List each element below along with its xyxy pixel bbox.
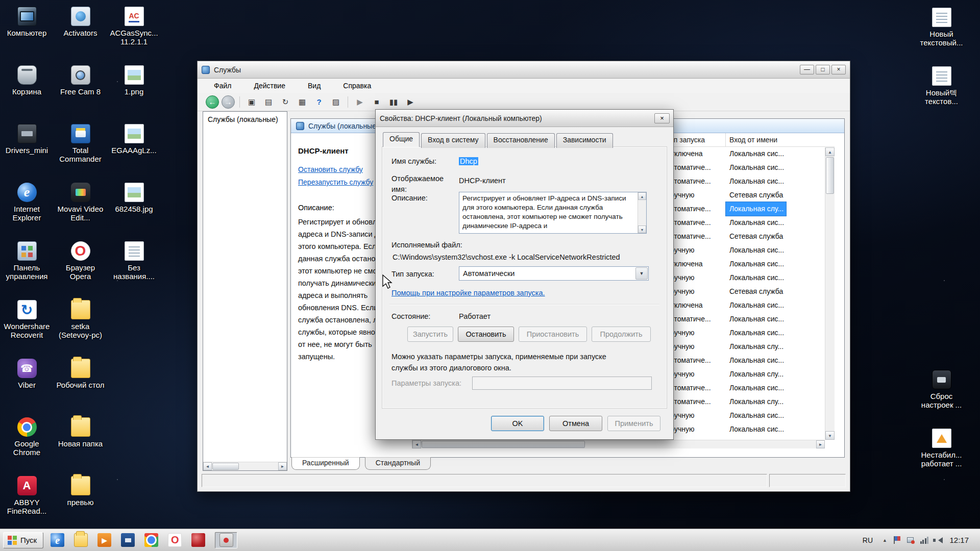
desktop-icon[interactable]: Activators xyxy=(54,5,107,64)
scroll-down-arrow[interactable]: ▼ xyxy=(638,226,646,233)
network-signal-icon[interactable] xyxy=(920,537,929,544)
scrollbar-thumb[interactable] xyxy=(422,441,585,448)
desktop-icon[interactable]: Новый텍 текстов... xyxy=(915,65,968,123)
desktop-icon[interactable]: Новый текстовый... xyxy=(915,6,968,65)
desktop-icon[interactable]: Viber xyxy=(0,357,54,416)
tab-recovery[interactable]: Восстановление xyxy=(487,133,555,148)
scroll-left-arrow[interactable]: ◄ xyxy=(412,440,421,448)
taskbar-app-button[interactable] xyxy=(74,533,88,547)
hidden-icons-chevron[interactable]: ▲ xyxy=(883,538,887,543)
stop-service-button[interactable]: ■ xyxy=(370,95,384,109)
extended-view-button[interactable]: ▨ xyxy=(329,95,343,109)
taskbar-app-button[interactable] xyxy=(168,533,182,547)
startup-type-dropdown[interactable]: Автоматически ▼ xyxy=(459,266,649,281)
desktop-icon[interactable]: Drivers_mini xyxy=(0,122,54,181)
dialog-titlebar[interactable]: Свойства: DHCP-клиент (Локальный компьют… xyxy=(376,110,673,127)
desktop-icon-label: Viber xyxy=(1,381,53,389)
scroll-down-arrow[interactable]: ▼ xyxy=(825,431,835,440)
table-vertical-scrollbar[interactable]: ▲ ▼ xyxy=(825,147,835,440)
close-button[interactable]: × xyxy=(831,65,846,74)
desktop-icon[interactable]: Панель управления xyxy=(0,240,54,298)
desktop-icon[interactable]: Без названия.... xyxy=(107,240,161,298)
scroll-left-arrow[interactable]: ◄ xyxy=(203,462,212,470)
action-center-flag-icon[interactable] xyxy=(894,536,900,544)
scroll-up-arrow[interactable]: ▲ xyxy=(825,147,835,156)
desktop-icon[interactable]: Wondershare Recoverit xyxy=(0,298,54,357)
desktop-icon[interactable]: Нестабил... работает ... xyxy=(915,427,968,486)
help-button[interactable]: ? xyxy=(312,95,326,109)
refresh-button[interactable]: ↻ xyxy=(278,95,292,109)
desktop-icon[interactable]: 1.png xyxy=(107,64,161,122)
desktop-icon[interactable]: Компьютер xyxy=(0,5,54,64)
scroll-right-arrow[interactable]: ► xyxy=(816,440,825,448)
startup-help-link[interactable]: Помощь при настройке параметров запуска. xyxy=(391,289,545,297)
taskbar-app-button[interactable] xyxy=(97,533,111,547)
desktop[interactable]: Компьютер Корзина Drivers_mini Internet … xyxy=(0,0,980,551)
desktop-icon[interactable]: ABBYY FineRead... xyxy=(0,474,54,533)
stop-button[interactable]: Остановить xyxy=(458,327,514,342)
tab-logon[interactable]: Вход в систему xyxy=(421,133,485,148)
menu-file[interactable]: Файл xyxy=(212,80,233,91)
menu-view[interactable]: Вид xyxy=(306,80,323,91)
desktop-icon[interactable]: 682458.jpg xyxy=(107,181,161,240)
tree-horizontal-scrollbar[interactable]: ◄ ► xyxy=(203,462,287,470)
dialog-close-button[interactable]: × xyxy=(654,113,670,123)
desktop-icon[interactable]: Корзина xyxy=(0,64,54,122)
pause-service-button[interactable]: ▮▮ xyxy=(386,95,401,109)
scroll-right-arrow[interactable]: ► xyxy=(278,462,287,470)
description-textbox[interactable]: Регистрирует и обновляет IP-адреса и DNS… xyxy=(459,192,647,234)
scroll-up-arrow[interactable]: ▲ xyxy=(638,192,646,200)
taskbar-clock[interactable]: 12:17 xyxy=(949,536,972,544)
tree-root-node[interactable]: Службы (локальные) xyxy=(203,112,287,127)
taskbar-app-button[interactable] xyxy=(191,533,205,547)
desktop-icon[interactable]: Google Chrome xyxy=(0,416,54,474)
desktop-icon-image xyxy=(71,476,90,495)
desktop-icon[interactable]: Total Commander xyxy=(54,122,107,181)
desktop-icon[interactable]: ACGasSync... 11.2.1.1 xyxy=(107,5,161,64)
properties-button[interactable]: ▦ xyxy=(295,95,309,109)
minimize-button[interactable]: — xyxy=(800,65,814,74)
dropdown-arrow-icon[interactable]: ▼ xyxy=(635,267,648,280)
maximize-button[interactable]: □ xyxy=(816,65,830,74)
volume-icon[interactable] xyxy=(935,537,943,543)
desktop-icon[interactable]: setka (Setevoy-pc) xyxy=(54,298,107,357)
desktop-icon[interactable]: Новая папка xyxy=(54,416,107,474)
column-header-logon-as[interactable]: Вход от имени xyxy=(726,133,835,147)
tab-dependencies[interactable]: Зависимости xyxy=(556,133,613,148)
desktop-icon[interactable]: EGAAAgLz... xyxy=(107,122,161,181)
service-name-value[interactable]: Dhcp xyxy=(459,157,478,165)
export-list-button[interactable]: ▤ xyxy=(261,95,276,109)
desktop-icon[interactable]: Movavi Video Edit... xyxy=(54,181,107,240)
ok-button[interactable]: OK xyxy=(491,416,544,431)
nav-forward-button[interactable]: → xyxy=(222,95,235,109)
desktop-icon[interactable]: Браузер Opera xyxy=(54,240,107,298)
services-window-titlebar[interactable]: Службы — □ × xyxy=(198,61,850,79)
restart-service-button[interactable]: ▶ xyxy=(403,95,418,109)
start-service-button[interactable]: ▶ xyxy=(353,95,367,109)
taskbar-app-button[interactable] xyxy=(51,533,64,547)
table-horizontal-scrollbar[interactable]: ◄ ► xyxy=(412,440,825,448)
desktop-icon[interactable]: Сброс настроек ... xyxy=(915,368,968,427)
menu-help[interactable]: Справка xyxy=(341,80,373,91)
language-indicator[interactable]: RU xyxy=(860,534,876,546)
description-scrollbar[interactable]: ▲ ▼ xyxy=(638,192,646,233)
scrollbar-thumb[interactable] xyxy=(212,463,239,470)
tab-general[interactable]: Общие xyxy=(383,132,420,147)
desktop-icon[interactable]: Робочий стол xyxy=(54,357,107,416)
desktop-icon[interactable]: Free Cam 8 xyxy=(54,64,107,122)
tab-extended[interactable]: Расширенный xyxy=(291,457,360,470)
desktop-icon-label: превью xyxy=(54,498,107,507)
scrollbar-thumb[interactable] xyxy=(826,157,834,194)
menu-action[interactable]: Действие xyxy=(252,80,287,91)
tab-standard[interactable]: Стандартный xyxy=(365,457,431,470)
taskbar-app-button[interactable] xyxy=(121,533,135,547)
update-status-icon[interactable] xyxy=(907,537,914,543)
desktop-icon[interactable]: Internet Explorer xyxy=(0,181,54,240)
console-tree-button[interactable]: ▣ xyxy=(244,95,259,109)
start-button[interactable]: Пуск xyxy=(3,532,43,548)
desktop-icon[interactable]: превью xyxy=(54,474,107,533)
cancel-button[interactable]: Отмена xyxy=(549,416,602,431)
taskbar-app-button[interactable] xyxy=(144,533,158,547)
taskbar-app-button[interactable] xyxy=(215,532,237,548)
nav-back-button[interactable]: ← xyxy=(206,95,219,109)
